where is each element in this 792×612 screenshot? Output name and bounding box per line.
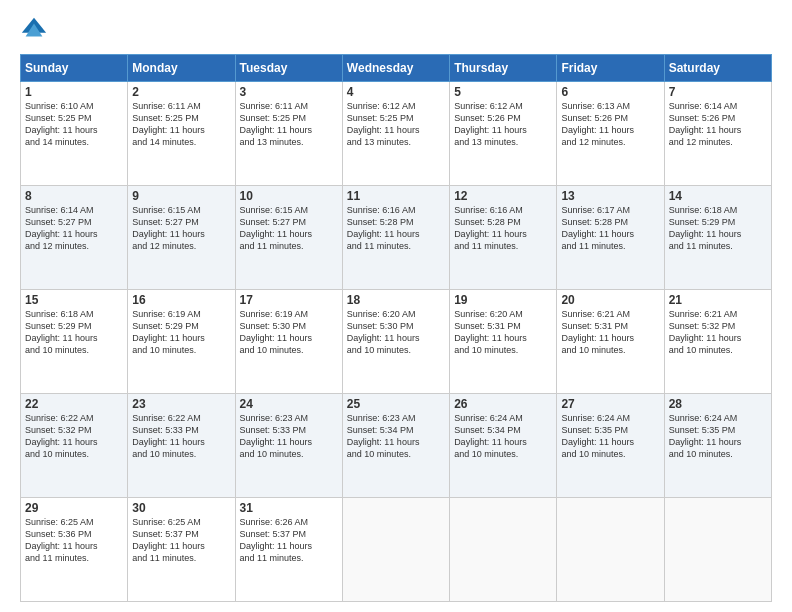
calendar-cell: 7 Sunrise: 6:14 AMSunset: 5:26 PMDayligh… [664,82,771,186]
day-number: 20 [561,293,659,307]
day-info: Sunrise: 6:24 AMSunset: 5:35 PMDaylight:… [561,412,659,461]
day-info: Sunrise: 6:12 AMSunset: 5:26 PMDaylight:… [454,100,552,149]
calendar-cell: 30 Sunrise: 6:25 AMSunset: 5:37 PMDaylig… [128,498,235,602]
calendar-cell: 24 Sunrise: 6:23 AMSunset: 5:33 PMDaylig… [235,394,342,498]
day-number: 31 [240,501,338,515]
calendar-cell: 13 Sunrise: 6:17 AMSunset: 5:28 PMDaylig… [557,186,664,290]
day-info: Sunrise: 6:21 AMSunset: 5:32 PMDaylight:… [669,308,767,357]
day-info: Sunrise: 6:14 AMSunset: 5:26 PMDaylight:… [669,100,767,149]
day-number: 18 [347,293,445,307]
day-number: 8 [25,189,123,203]
weekday-header-tuesday: Tuesday [235,55,342,82]
day-info: Sunrise: 6:22 AMSunset: 5:32 PMDaylight:… [25,412,123,461]
day-info: Sunrise: 6:15 AMSunset: 5:27 PMDaylight:… [132,204,230,253]
calendar-cell: 5 Sunrise: 6:12 AMSunset: 5:26 PMDayligh… [450,82,557,186]
day-info: Sunrise: 6:16 AMSunset: 5:28 PMDaylight:… [454,204,552,253]
day-number: 27 [561,397,659,411]
weekday-header-saturday: Saturday [664,55,771,82]
calendar-cell: 10 Sunrise: 6:15 AMSunset: 5:27 PMDaylig… [235,186,342,290]
logo-icon [20,16,48,44]
day-number: 6 [561,85,659,99]
day-number: 23 [132,397,230,411]
day-info: Sunrise: 6:13 AMSunset: 5:26 PMDaylight:… [561,100,659,149]
day-number: 13 [561,189,659,203]
calendar-cell: 20 Sunrise: 6:21 AMSunset: 5:31 PMDaylig… [557,290,664,394]
day-number: 24 [240,397,338,411]
calendar-cell: 6 Sunrise: 6:13 AMSunset: 5:26 PMDayligh… [557,82,664,186]
calendar-cell [342,498,449,602]
day-number: 3 [240,85,338,99]
day-info: Sunrise: 6:24 AMSunset: 5:35 PMDaylight:… [669,412,767,461]
calendar-cell [450,498,557,602]
day-info: Sunrise: 6:20 AMSunset: 5:30 PMDaylight:… [347,308,445,357]
logo [20,16,52,44]
calendar-cell: 18 Sunrise: 6:20 AMSunset: 5:30 PMDaylig… [342,290,449,394]
day-info: Sunrise: 6:25 AMSunset: 5:37 PMDaylight:… [132,516,230,565]
day-number: 16 [132,293,230,307]
day-info: Sunrise: 6:21 AMSunset: 5:31 PMDaylight:… [561,308,659,357]
day-number: 5 [454,85,552,99]
calendar-cell: 2 Sunrise: 6:11 AMSunset: 5:25 PMDayligh… [128,82,235,186]
calendar-week-row: 22 Sunrise: 6:22 AMSunset: 5:32 PMDaylig… [21,394,772,498]
calendar-cell: 28 Sunrise: 6:24 AMSunset: 5:35 PMDaylig… [664,394,771,498]
day-info: Sunrise: 6:14 AMSunset: 5:27 PMDaylight:… [25,204,123,253]
day-number: 28 [669,397,767,411]
calendar-table: SundayMondayTuesdayWednesdayThursdayFrid… [20,54,772,602]
calendar-week-row: 8 Sunrise: 6:14 AMSunset: 5:27 PMDayligh… [21,186,772,290]
day-number: 10 [240,189,338,203]
calendar-cell: 31 Sunrise: 6:26 AMSunset: 5:37 PMDaylig… [235,498,342,602]
calendar-week-row: 29 Sunrise: 6:25 AMSunset: 5:36 PMDaylig… [21,498,772,602]
day-info: Sunrise: 6:22 AMSunset: 5:33 PMDaylight:… [132,412,230,461]
day-number: 26 [454,397,552,411]
calendar-cell: 23 Sunrise: 6:22 AMSunset: 5:33 PMDaylig… [128,394,235,498]
calendar-week-row: 1 Sunrise: 6:10 AMSunset: 5:25 PMDayligh… [21,82,772,186]
calendar-cell: 26 Sunrise: 6:24 AMSunset: 5:34 PMDaylig… [450,394,557,498]
calendar-cell: 16 Sunrise: 6:19 AMSunset: 5:29 PMDaylig… [128,290,235,394]
weekday-header-monday: Monday [128,55,235,82]
day-info: Sunrise: 6:23 AMSunset: 5:33 PMDaylight:… [240,412,338,461]
day-info: Sunrise: 6:10 AMSunset: 5:25 PMDaylight:… [25,100,123,149]
day-info: Sunrise: 6:18 AMSunset: 5:29 PMDaylight:… [25,308,123,357]
day-info: Sunrise: 6:16 AMSunset: 5:28 PMDaylight:… [347,204,445,253]
day-info: Sunrise: 6:17 AMSunset: 5:28 PMDaylight:… [561,204,659,253]
calendar-cell [664,498,771,602]
day-info: Sunrise: 6:11 AMSunset: 5:25 PMDaylight:… [240,100,338,149]
day-number: 22 [25,397,123,411]
calendar-cell: 15 Sunrise: 6:18 AMSunset: 5:29 PMDaylig… [21,290,128,394]
day-number: 4 [347,85,445,99]
day-number: 1 [25,85,123,99]
calendar-cell: 12 Sunrise: 6:16 AMSunset: 5:28 PMDaylig… [450,186,557,290]
day-info: Sunrise: 6:12 AMSunset: 5:25 PMDaylight:… [347,100,445,149]
calendar-cell: 21 Sunrise: 6:21 AMSunset: 5:32 PMDaylig… [664,290,771,394]
calendar-header-row: SundayMondayTuesdayWednesdayThursdayFrid… [21,55,772,82]
day-number: 17 [240,293,338,307]
day-number: 25 [347,397,445,411]
day-info: Sunrise: 6:20 AMSunset: 5:31 PMDaylight:… [454,308,552,357]
calendar-cell: 3 Sunrise: 6:11 AMSunset: 5:25 PMDayligh… [235,82,342,186]
calendar-cell: 29 Sunrise: 6:25 AMSunset: 5:36 PMDaylig… [21,498,128,602]
weekday-header-sunday: Sunday [21,55,128,82]
day-info: Sunrise: 6:15 AMSunset: 5:27 PMDaylight:… [240,204,338,253]
day-info: Sunrise: 6:18 AMSunset: 5:29 PMDaylight:… [669,204,767,253]
day-number: 29 [25,501,123,515]
calendar-cell: 1 Sunrise: 6:10 AMSunset: 5:25 PMDayligh… [21,82,128,186]
weekday-header-thursday: Thursday [450,55,557,82]
day-number: 7 [669,85,767,99]
calendar-cell: 4 Sunrise: 6:12 AMSunset: 5:25 PMDayligh… [342,82,449,186]
day-number: 30 [132,501,230,515]
calendar-cell: 25 Sunrise: 6:23 AMSunset: 5:34 PMDaylig… [342,394,449,498]
day-info: Sunrise: 6:24 AMSunset: 5:34 PMDaylight:… [454,412,552,461]
weekday-header-wednesday: Wednesday [342,55,449,82]
day-number: 15 [25,293,123,307]
day-info: Sunrise: 6:19 AMSunset: 5:30 PMDaylight:… [240,308,338,357]
calendar-cell [557,498,664,602]
day-number: 19 [454,293,552,307]
header [20,16,772,44]
calendar-cell: 14 Sunrise: 6:18 AMSunset: 5:29 PMDaylig… [664,186,771,290]
calendar-week-row: 15 Sunrise: 6:18 AMSunset: 5:29 PMDaylig… [21,290,772,394]
page: SundayMondayTuesdayWednesdayThursdayFrid… [0,0,792,612]
day-info: Sunrise: 6:19 AMSunset: 5:29 PMDaylight:… [132,308,230,357]
day-number: 21 [669,293,767,307]
calendar-cell: 8 Sunrise: 6:14 AMSunset: 5:27 PMDayligh… [21,186,128,290]
day-number: 11 [347,189,445,203]
